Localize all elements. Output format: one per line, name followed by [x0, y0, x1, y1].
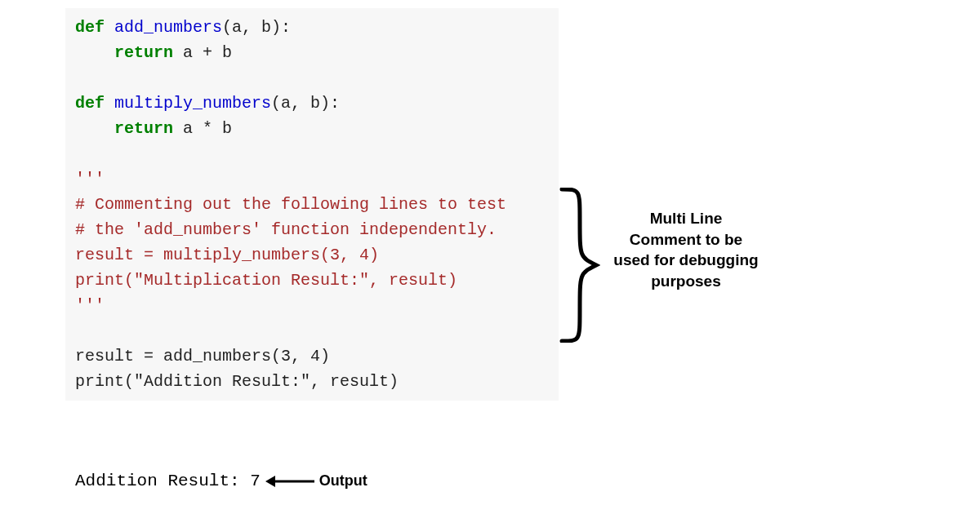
output-row: Addition Result: 7 Output — [75, 472, 368, 490]
sig-add: (a, b): — [222, 18, 291, 37]
func-add-numbers: add_numbers — [114, 18, 222, 37]
docstring-close: ''' — [75, 296, 105, 315]
comment-line-2: # the 'add_numbers' function independent… — [75, 220, 497, 239]
code-print-args: ("Addition Result:", result) — [124, 372, 399, 391]
code-assign-result: result = add_numbers(3, 4) — [75, 347, 330, 366]
expr-mult: a * b — [173, 119, 232, 138]
output-text: Addition Result: 7 — [75, 472, 261, 490]
output-label: Output — [319, 472, 368, 490]
expr-add: a + b — [173, 43, 232, 62]
curly-brace-icon — [555, 188, 600, 343]
arrow-left-icon — [265, 476, 314, 487]
sig-mult: (a, b): — [271, 94, 340, 113]
comment-line-1: # Commenting out the following lines to … — [75, 195, 506, 214]
keyword-return: return — [114, 43, 173, 62]
commented-code-1: result = multiply_numbers(3, 4) — [75, 246, 379, 264]
code-block: def add_numbers(a, b): return a + b def … — [65, 8, 559, 401]
keyword-return: return — [114, 119, 173, 138]
keyword-def: def — [75, 18, 105, 37]
docstring-open: ''' — [75, 170, 105, 188]
code-print-call: print — [75, 372, 124, 391]
annotation-text: Multi Line Comment to be used for debugg… — [612, 208, 760, 292]
func-multiply-numbers: multiply_numbers — [114, 94, 271, 113]
keyword-def: def — [75, 94, 105, 113]
commented-code-2: print("Multiplication Result:", result) — [75, 271, 457, 290]
